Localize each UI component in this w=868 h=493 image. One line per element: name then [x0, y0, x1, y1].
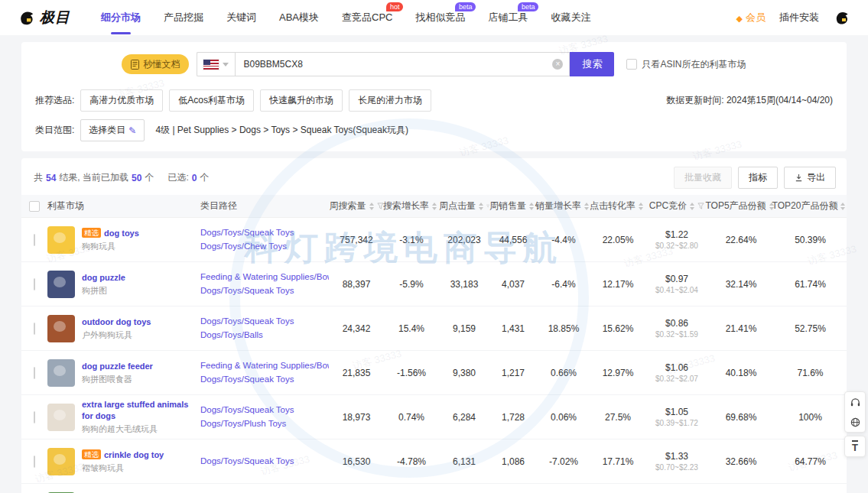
cpc-value: $1.22 [645, 229, 708, 240]
chevron-down-icon [223, 63, 229, 70]
row-checkbox[interactable] [34, 234, 35, 246]
row-checkbox[interactable] [34, 456, 35, 468]
browser-button[interactable] [845, 412, 865, 432]
asin-only-label: 只看ASIN所在的利基市场 [642, 58, 746, 71]
category-path-link[interactable]: Dogs/Toys/Squeak Toys [200, 226, 329, 239]
filter-icon[interactable] [697, 203, 704, 209]
sort-icon[interactable] [529, 200, 534, 212]
sort-icon[interactable] [639, 200, 643, 212]
summary-row: 共 54 结果, 当前已加载 50 个 已选: 0 个 批量收藏 指标 导出 [21, 160, 847, 195]
category-path-link[interactable]: Dogs/Toys/Chew Toys [200, 240, 329, 253]
support-button[interactable] [845, 392, 865, 412]
niche-name-cn: 褶皱狗玩具 [82, 463, 164, 474]
sort-icon[interactable] [432, 200, 437, 212]
column-header-top5[interactable]: TOP5产品份额 [708, 199, 774, 212]
cell-category: Dogs/Toys/Squeak Toys [200, 455, 329, 468]
category-path-link[interactable]: Dogs/Toys/Squeak Toys [200, 284, 329, 297]
cell-search_growth: 15.4% [384, 323, 439, 334]
product-thumbnail[interactable] [47, 404, 75, 431]
column-header-cpc[interactable]: CPC竞价 [645, 199, 708, 212]
asin-only-checkbox[interactable] [626, 59, 637, 70]
niche-name-link[interactable]: dog puzzle [82, 273, 125, 282]
cell-cpc: $0.97$0.41~$2.04 [645, 274, 708, 294]
cpc-range: $0.41~$2.04 [645, 286, 708, 294]
niche-name-link[interactable]: extra large stuffed animals for dogs [82, 400, 188, 420]
nav-tab-7[interactable]: 收藏关注 [551, 11, 590, 24]
table-row: dog puzzle feeder狗拼图喂食器Feeding & Waterin… [21, 351, 847, 395]
product-thumbnail[interactable] [47, 226, 75, 254]
asin-only-checkbox-row[interactable]: 只看ASIN所在的利基市场 [626, 58, 746, 71]
column-header-niche: 利基市场 [47, 199, 200, 212]
vip-link[interactable]: 会员 [736, 11, 766, 24]
row-checkbox[interactable] [34, 411, 35, 423]
nav-tab-6[interactable]: 店铺工具beta [488, 11, 528, 24]
product-thumbnail[interactable] [47, 315, 75, 342]
row-checkbox[interactable] [34, 323, 35, 335]
sort-icon[interactable] [369, 200, 374, 212]
cell-category: Feeding & Watering Supplies/Bowl...Dogs/… [200, 271, 329, 297]
column-header-sales_growth[interactable]: 销量增长率 [537, 199, 590, 212]
cpc-range: $0.32~$2.07 [645, 375, 708, 383]
batch-favorite-button[interactable]: 批量收藏 [674, 167, 732, 189]
asin-search-input[interactable] [236, 53, 569, 76]
recommend-option-3[interactable]: 长尾的潜力市场 [349, 89, 431, 112]
row-checkbox[interactable] [34, 367, 35, 379]
marketplace-select[interactable] [197, 52, 235, 76]
niche-name-link[interactable]: dog toys [104, 229, 139, 238]
product-thumbnail[interactable] [47, 359, 75, 387]
column-header-sales[interactable]: 周销售量 [489, 199, 537, 212]
niche-name-link[interactable]: crinkle dog toy [104, 450, 164, 459]
cell-cvr: 27.5% [590, 412, 645, 423]
column-header-top20[interactable]: TOP20产品份额 [774, 199, 847, 212]
table-body: 精选dog toys狗狗玩具Dogs/Toys/Squeak ToysDogs/… [21, 218, 847, 493]
nav-tab-label: 收藏关注 [551, 11, 590, 23]
recommend-option-2[interactable]: 快速飙升的市场 [260, 89, 343, 112]
niche-name-link[interactable]: dog puzzle feeder [82, 362, 153, 371]
nav-tab-4[interactable]: 查竞品CPChot [342, 11, 392, 24]
category-path-link[interactable]: Feeding & Watering Supplies/Bowl... [200, 359, 329, 372]
plugin-install-link[interactable]: 插件安装 [779, 11, 819, 24]
row-checkbox[interactable] [34, 278, 35, 290]
product-thumbnail[interactable] [47, 448, 75, 475]
category-path-link[interactable]: Dogs/Toys/Squeak Toys [200, 455, 329, 468]
column-header-search_growth[interactable]: 搜索增长率 [384, 199, 439, 212]
select-category-button[interactable]: 选择类目 [80, 119, 145, 141]
header-checkbox[interactable] [29, 201, 40, 212]
sort-icon[interactable] [479, 200, 483, 212]
doc-guide-button[interactable]: 秒懂文档 [122, 54, 189, 74]
niche-name-link[interactable]: outdoor dog toys [82, 317, 151, 326]
nav-tab-3[interactable]: ABA模块 [279, 11, 319, 24]
cell-niche: outdoor dog toys户外狗狗玩具 [47, 315, 200, 342]
update-label: 数据更新时间: [666, 95, 723, 105]
export-button[interactable]: 导出 [784, 167, 836, 189]
back-to-top-button[interactable] [845, 436, 865, 456]
category-path-link[interactable]: Feeding & Watering Supplies/Bowl... [200, 271, 329, 284]
nav-tab-0[interactable]: 细分市场 [101, 11, 141, 24]
sort-icon[interactable] [690, 200, 694, 212]
column-header-cvr[interactable]: 点击转化率 [590, 199, 645, 212]
nav-tab-5[interactable]: 找相似竞品beta [415, 11, 465, 24]
cell-sales_growth: -7.02% [537, 456, 590, 467]
product-thumbnail[interactable] [47, 271, 75, 298]
sort-icon[interactable] [840, 200, 845, 212]
cell-sales_growth: 0.06% [537, 412, 590, 423]
recommend-option-1[interactable]: 低Acos利基市场 [169, 89, 254, 112]
cpc-range: $0.32~$1.59 [645, 330, 708, 339]
column-header-search_volume[interactable]: 周搜索量 [329, 199, 384, 212]
metrics-button[interactable]: 指标 [738, 167, 778, 189]
category-path-link[interactable]: Dogs/Toys/Squeak Toys [200, 315, 329, 328]
cell-checkbox [21, 456, 47, 467]
niche-name-cn: 狗拼图 [82, 286, 125, 297]
search-button[interactable]: 搜索 [570, 52, 614, 76]
sort-icon[interactable] [584, 200, 589, 212]
recommend-option-0[interactable]: 高潜力优质市场 [80, 89, 163, 112]
category-path-link[interactable]: Dogs/Toys/Balls [200, 329, 329, 342]
column-header-clicks[interactable]: 周点击量 [439, 199, 489, 212]
category-path-link[interactable]: Dogs/Toys/Plush Toys [200, 417, 329, 430]
category-path-link[interactable]: Dogs/Toys/Squeak Toys [200, 373, 329, 386]
nav-tab-1[interactable]: 产品挖掘 [164, 11, 203, 24]
niche-name-line: 精选dog toys [82, 228, 139, 239]
app-logo[interactable]: 极目 [17, 8, 70, 28]
category-path-link[interactable]: Dogs/Toys/Squeak Toys [200, 404, 329, 417]
nav-tab-2[interactable]: 关键词 [226, 11, 256, 24]
